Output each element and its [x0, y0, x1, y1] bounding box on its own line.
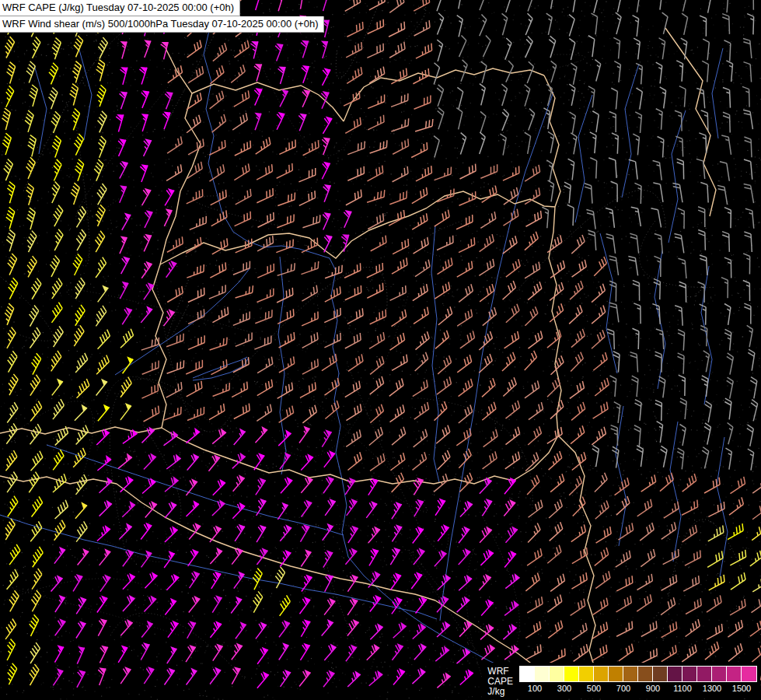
legend-cell [727, 667, 742, 681]
legend-title-units: J/kg [487, 687, 513, 697]
legend-tick-label: 300 [557, 684, 571, 693]
legend-cell [579, 667, 594, 681]
legend-cell [594, 667, 609, 681]
cape-legend: WRF CAPE J/kg 10030050070090011001300150… [482, 663, 760, 698]
legend-cell [653, 667, 668, 681]
legend-cell [742, 667, 756, 681]
legend-title: WRF CAPE J/kg [487, 667, 513, 697]
legend-cell [668, 667, 682, 681]
legend-tick-labels: 100300500700900110013001500 [519, 684, 757, 695]
legend-cell [623, 667, 638, 681]
weather-map-canvas [0, 0, 761, 700]
legend-tick-label: 1500 [732, 684, 751, 693]
legend-cell [609, 667, 623, 681]
weather-map-page: WRF CAPE (J/kg) Tuesday 07-10-2025 00:00… [0, 0, 761, 700]
legend-cell [535, 667, 550, 681]
legend-tick-label: 900 [646, 684, 660, 693]
legend-cell [682, 667, 697, 681]
legend-cell [712, 667, 727, 681]
legend-cell [697, 667, 712, 681]
legend-tick-label: 500 [587, 684, 601, 693]
legend-cell [520, 667, 535, 681]
legend-cell [564, 667, 579, 681]
map-title-cape: WRF CAPE (J/kg) Tuesday 07-10-2025 00:00… [0, 0, 240, 16]
legend-colorbar [519, 666, 757, 682]
legend-tick-label: 1100 [673, 684, 692, 693]
legend-cell [638, 667, 653, 681]
legend-tick-label: 700 [616, 684, 630, 693]
legend-tick-label: 1300 [703, 684, 721, 693]
map-title-windshear: WRF Wind shear (m/s) 500/1000hPa Tuesday… [0, 16, 324, 33]
legend-scale: 100300500700900110013001500 [519, 666, 757, 695]
legend-tick-label: 100 [528, 684, 542, 693]
legend-cell [550, 667, 564, 681]
